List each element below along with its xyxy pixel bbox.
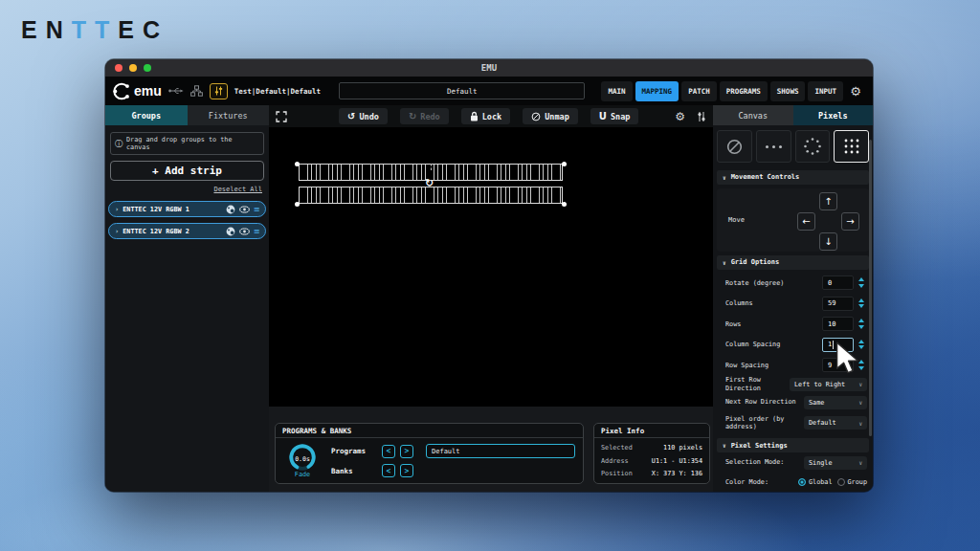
snap-button[interactable]: U Snap: [590, 108, 639, 124]
undo-icon: ↺: [347, 112, 355, 121]
rows-stepper[interactable]: [856, 317, 867, 331]
move-down-button[interactable]: ↓: [819, 232, 837, 251]
session-name-field[interactable]: Default: [339, 82, 585, 99]
eye-icon[interactable]: [239, 228, 250, 235]
eye-icon[interactable]: [239, 206, 250, 213]
settings-button[interactable]: ⚙: [846, 81, 865, 100]
chevron-down-icon: ∨: [723, 442, 726, 449]
redo-label: Redo: [420, 112, 439, 121]
lock-button[interactable]: Lock: [461, 108, 510, 124]
radio-unselected-icon: [837, 478, 845, 486]
vertical-sliders-icon[interactable]: [697, 111, 706, 122]
mapping-canvas[interactable]: ↻: [269, 127, 713, 407]
program-prev-button[interactable]: <: [382, 445, 395, 458]
move-right-button[interactable]: →: [841, 212, 859, 231]
selection-handle-top-right[interactable]: [562, 162, 567, 166]
unmap-button[interactable]: Unmap: [523, 108, 578, 124]
fade-value: 0.0s: [295, 455, 310, 463]
tab-programs[interactable]: PROGRAMS: [720, 81, 768, 101]
movement-controls-header[interactable]: ∨ Movement Controls: [717, 170, 869, 185]
desktop-wallpaper: ENTTEC EMU emu: [0, 0, 980, 551]
arrangement-line-button[interactable]: [756, 130, 791, 163]
color-mode-group-option[interactable]: Group: [837, 478, 867, 486]
rotate-degree-stepper[interactable]: [856, 276, 867, 290]
pixel-info-label: Address: [601, 457, 629, 465]
drag-hint: ⓘ Drag and drop groups to the canvas: [110, 132, 264, 155]
color-mode-row: Color Mode: Global Group: [713, 473, 873, 492]
selection-center-tick: [431, 164, 432, 170]
gear-icon: ⚙: [675, 110, 685, 123]
bank-next-button[interactable]: >: [400, 464, 413, 477]
pixel-info-title: Pixel Info: [594, 424, 709, 438]
palette-icon[interactable]: [226, 205, 235, 214]
bank-prev-button[interactable]: <: [382, 464, 395, 477]
group-item-2[interactable]: › ENTTEC 12V RGBW 2 ≡: [108, 223, 266, 239]
chevron-down-icon: ∨: [858, 399, 862, 406]
chevron-right-icon[interactable]: ›: [115, 206, 119, 213]
topbar: emu: [105, 77, 873, 105]
selection-handle-top-left[interactable]: [295, 162, 300, 166]
next-row-direction-select[interactable]: Same ∨: [804, 396, 867, 409]
strip-selection[interactable]: ↻: [297, 163, 565, 206]
arrangement-circle-button[interactable]: [795, 130, 831, 163]
selection-mode-select[interactable]: Single ∨: [804, 456, 867, 470]
pixel-settings-header[interactable]: ∨ Pixel Settings: [717, 438, 869, 452]
fade-knob[interactable]: 0.0s Fade: [281, 443, 323, 478]
deselect-all-link[interactable]: Deselect All: [213, 186, 262, 193]
right-panel-scrollbar[interactable]: [869, 140, 872, 436]
window-title: EMU: [105, 63, 873, 73]
color-mode-global-option[interactable]: Global: [798, 478, 833, 486]
chevron-down-icon: ∨: [723, 174, 726, 181]
selection-handle-bottom-right[interactable]: [562, 202, 567, 207]
field-label: Row Spacing: [725, 362, 822, 369]
pixel-order-row: Pixel order (by address) Default ∨: [713, 411, 873, 434]
tab-input[interactable]: INPUT: [808, 81, 843, 101]
tab-groups[interactable]: Groups: [105, 105, 188, 125]
move-left-button[interactable]: ←: [797, 212, 815, 231]
tab-patch[interactable]: PATCH: [681, 81, 717, 101]
field-value: 0: [828, 279, 832, 287]
output-settings-button[interactable]: [210, 83, 228, 99]
rotate-handle-icon[interactable]: ↻: [425, 177, 434, 189]
move-up-button[interactable]: ↑: [819, 192, 837, 210]
fullscreen-icon[interactable]: [276, 111, 287, 122]
tab-mapping[interactable]: MAPPING: [635, 81, 679, 101]
drag-hint-text: Drag and drop groups to the canvas: [126, 136, 259, 151]
rows-input[interactable]: 10: [822, 317, 854, 331]
rotate-degree-input[interactable]: 0: [822, 276, 854, 290]
menu-icon[interactable]: ≡: [254, 205, 259, 214]
palette-icon[interactable]: [226, 227, 235, 236]
field-value: 1: [828, 341, 832, 348]
canvas-area: ↺ Undo ↻ Redo Lock: [269, 105, 713, 492]
group-item-1[interactable]: › ENTTEC 12V RGBW 1 ≡: [108, 201, 266, 217]
grid-options-header[interactable]: ∨ Grid Options: [717, 255, 869, 270]
canvas-settings-button[interactable]: ⚙: [675, 110, 685, 123]
chevron-right-icon[interactable]: ›: [115, 228, 119, 235]
arrangement-mode-row: [713, 125, 873, 166]
program-name-field[interactable]: Default: [426, 444, 575, 458]
arrangement-grid-button[interactable]: [834, 130, 869, 163]
arrow-down-icon: ↓: [824, 236, 832, 247]
tab-shows[interactable]: SHOWS: [770, 81, 806, 101]
program-next-button[interactable]: >: [400, 445, 413, 458]
columns-stepper[interactable]: [856, 297, 867, 311]
pixel-order-select[interactable]: Default ∨: [804, 416, 867, 430]
tab-canvas[interactable]: Canvas: [713, 105, 793, 125]
tab-fixtures[interactable]: Fixtures: [188, 105, 270, 125]
preset-path: Test|Default|Default: [234, 87, 321, 96]
tab-pixels[interactable]: Pixels: [793, 105, 874, 125]
redo-button[interactable]: ↻ Redo: [400, 108, 449, 124]
field-value: 10: [828, 320, 835, 328]
select-value: Same: [809, 399, 824, 407]
columns-input[interactable]: 59: [822, 297, 854, 311]
undo-label: Undo: [359, 112, 378, 121]
undo-button[interactable]: ↺ Undo: [339, 108, 388, 124]
menu-icon[interactable]: ≡: [254, 227, 259, 236]
movement-controls-title: Movement Controls: [731, 173, 800, 181]
redo-icon: ↻: [409, 112, 416, 121]
arrangement-none-button[interactable]: [717, 130, 752, 163]
tab-main[interactable]: MAIN: [601, 81, 632, 101]
pixel-info-value: U1:1 - U1:354: [652, 457, 702, 465]
add-strip-button[interactable]: + Add strip: [110, 161, 264, 181]
selection-handle-bottom-left[interactable]: [295, 202, 300, 207]
